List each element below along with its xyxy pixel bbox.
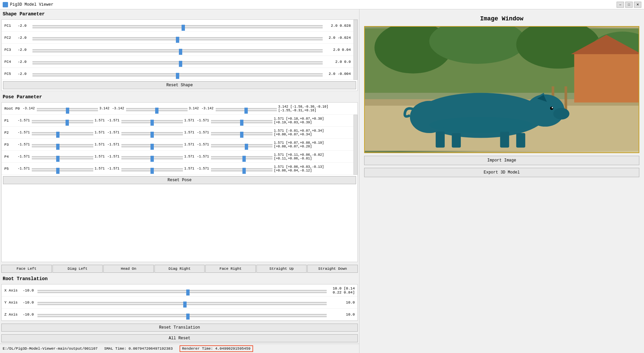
view-button-straight-up[interactable]: Straight Up — [256, 265, 307, 273]
pose-track1-1 — [32, 132, 93, 133]
export-3d-model-button[interactable]: Export 3D Model — [364, 168, 639, 177]
root-track2 — [126, 108, 187, 109]
view-button-face-right[interactable]: Face Right — [205, 265, 256, 273]
trans-slider-1[interactable] — [37, 304, 327, 305]
reset-pose-button[interactable]: Reset Pose — [3, 176, 356, 184]
pose-slider1-3[interactable] — [32, 158, 93, 159]
shape-param-title: Shape Parameter — [0, 9, 359, 18]
shape-slider-label-1: FC2 — [4, 36, 18, 40]
pose-slider1-2[interactable] — [32, 146, 93, 147]
shape-slider-input-1[interactable] — [32, 39, 323, 40]
shape-slider-min-4: -2.0 — [18, 72, 31, 76]
root-slider1[interactable] — [37, 110, 98, 111]
pose-slider3-0[interactable] — [211, 122, 273, 123]
pose-slider2-3[interactable] — [121, 158, 183, 159]
pose-track3-1 — [211, 132, 273, 133]
import-image-button[interactable]: Import Image — [364, 156, 639, 165]
pose-slider-row-3: P4 -1.571 1.571 -1.571 1.571 -1.571 1.57… — [2, 151, 353, 163]
image-window-title: Image Window — [363, 13, 641, 25]
title-bar-buttons[interactable]: – □ ✕ — [617, 2, 641, 8]
pose-minC-2: -1.571 — [197, 143, 210, 146]
shape-slider-rows: FC1 -2.0 2.0 0.028 FC2 -2.0 2.0 -0.024 F… — [2, 20, 353, 80]
pose-label-4: P5 — [4, 167, 18, 171]
pose-slider2-4[interactable] — [121, 170, 183, 171]
shape-scrollbar[interactable] — [353, 20, 357, 80]
pose-max1-1: 1.571 — [95, 131, 107, 134]
image-window — [364, 26, 639, 153]
root-max1: 3.142 — [99, 107, 112, 110]
pose-slider2-2[interactable] — [121, 146, 183, 147]
close-button[interactable]: ✕ — [634, 2, 641, 8]
pose-label-1: P2 — [4, 131, 18, 135]
shape-slider-max-0: 2.0 0.028 — [324, 24, 351, 28]
status-bar: E:/DL/Pig3D-Model-Viewer-main/output/001… — [0, 344, 359, 353]
shape-slider-input-0[interactable] — [32, 27, 323, 28]
pose-slider3-3[interactable] — [211, 158, 273, 159]
svg-rect-20 — [452, 133, 461, 147]
root-slider2[interactable] — [126, 110, 187, 111]
trans-slider-2[interactable] — [37, 316, 327, 317]
translation-slider-row-1: Y Axis -10.0 10.0 — [2, 297, 357, 309]
trans-slider-0[interactable] — [37, 292, 327, 293]
pose-scrollbar[interactable] — [353, 115, 357, 175]
svg-rect-21 — [500, 131, 509, 147]
window-title: Pig3D Model Viewer — [10, 2, 53, 7]
shape-slider-input-2[interactable] — [32, 51, 323, 52]
pose-min-4: -1.571 — [18, 167, 30, 170]
trans-min-1: -10.0 — [23, 301, 36, 305]
svg-point-17 — [550, 107, 553, 110]
translation-section: X Axis -10.0 10.0 [0.14 0.22 0.84] Y Axi… — [1, 284, 358, 321]
reset-translation-button[interactable]: Reset Translation — [1, 324, 358, 332]
pose-slider1-1[interactable] — [32, 134, 93, 135]
smal-time-label: SMAL Time: 0.007947206497192383 — [104, 347, 173, 351]
pose-slider1-0[interactable] — [32, 122, 93, 123]
pose-slider2-1[interactable] — [121, 134, 183, 135]
pose-slider-row-2: P3 -1.571 1.571 -1.571 1.571 -1.571 1.57… — [2, 139, 353, 151]
view-button-head-on[interactable]: Head On — [103, 265, 154, 273]
shape-slider-track-1 — [32, 37, 323, 38]
minimize-button[interactable]: – — [617, 2, 624, 8]
pose-track2-0 — [121, 120, 183, 121]
pose-slider3-2[interactable] — [211, 146, 273, 147]
shape-param-section: FC1 -2.0 2.0 0.028 FC2 -2.0 2.0 -0.024 F… — [1, 19, 358, 91]
main-layout: Shape Parameter FC1 -2.0 2.0 0.028 FC2 -… — [0, 9, 644, 353]
left-panel: Shape Parameter FC1 -2.0 2.0 0.028 FC2 -… — [0, 9, 359, 353]
pose-minB-1: -1.571 — [107, 131, 120, 134]
view-button-straight-down[interactable]: Straight Down — [307, 265, 358, 273]
pose-maxB-0: 1.571 — [184, 119, 197, 122]
pose-minC-4: -1.571 — [197, 167, 210, 170]
root-min3: -3.142 — [202, 107, 214, 110]
trans-track-2 — [37, 314, 327, 315]
view-button-diag-left[interactable]: Diag Left — [52, 265, 103, 273]
pose-label-3: P4 — [4, 155, 18, 159]
pose-track3-0 — [211, 120, 273, 121]
shape-slider-row-2: FC3 -2.0 2.0 0.04 — [2, 44, 353, 56]
renderer-time-label: Renderer Time: 4.04990291595459 — [180, 345, 253, 352]
reset-shape-button[interactable]: Reset Shape — [3, 81, 356, 89]
pose-slider2-0[interactable] — [121, 122, 183, 123]
pose-label-2: P3 — [4, 143, 18, 147]
shape-slider-input-4[interactable] — [32, 75, 323, 77]
pose-max1-2: 1.571 — [95, 143, 107, 146]
pose-track3-2 — [211, 144, 273, 145]
pose-min-2: -1.571 — [18, 143, 30, 146]
view-button-face-left[interactable]: Face Left — [1, 265, 52, 273]
pose-slider1-4[interactable] — [32, 170, 93, 171]
trans-min-2: -10.0 — [23, 313, 36, 317]
pose-slider3-4[interactable] — [211, 170, 273, 171]
shape-slider-track-2 — [32, 49, 323, 50]
root-slider3[interactable] — [216, 110, 277, 111]
shape-slider-label-4: FC5 — [4, 72, 18, 76]
pose-vals-2: 1.571 [+0.07,+0.08,+0.19] [+0.08,+0.07,+… — [274, 141, 351, 148]
root-max2: 3.142 — [189, 107, 202, 110]
maximize-button[interactable]: □ — [625, 2, 633, 8]
pose-slider3-1[interactable] — [211, 134, 273, 135]
all-reset-button[interactable]: All Reset — [1, 334, 358, 342]
shape-slider-label-0: FC1 — [4, 24, 18, 28]
shape-slider-row-0: FC1 -2.0 2.0 0.028 — [2, 20, 353, 32]
shape-slider-input-3[interactable] — [32, 63, 323, 65]
pose-track1-0 — [32, 120, 93, 121]
view-button-diag-right[interactable]: Diag Right — [154, 265, 205, 273]
shape-slider-row-1: FC2 -2.0 2.0 -0.024 — [2, 32, 353, 44]
trans-max-2: 10.0 — [328, 313, 355, 317]
